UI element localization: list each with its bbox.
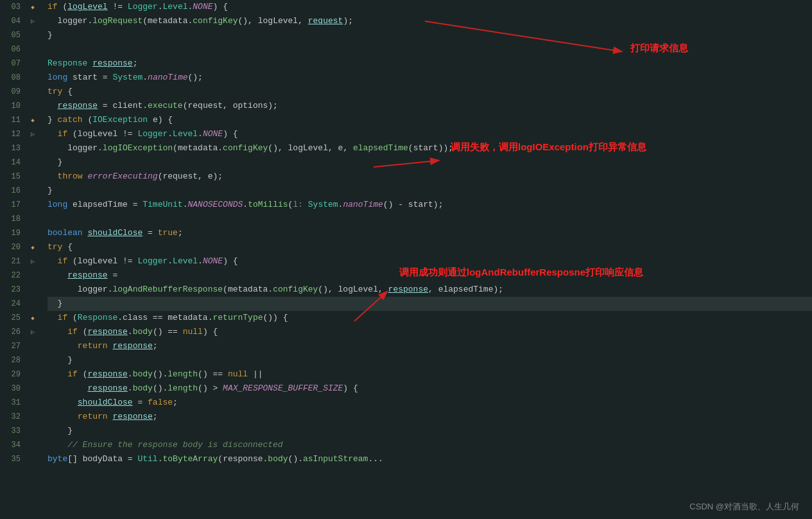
code-line: if (logLevel != Logger.Level.NONE) { (48, 0, 812, 14)
token-p: != (117, 127, 137, 141)
line-row-25: 25◆ (0, 311, 40, 325)
line-number: 15 (0, 170, 26, 184)
token-p: ( (218, 452, 223, 466)
token-fn: body (268, 452, 288, 466)
line-row-18: 18 (0, 212, 40, 226)
token-kw: true (158, 226, 178, 240)
token-p: ) { (203, 325, 218, 339)
token-v2: client (112, 99, 143, 113)
code-line: return response; (48, 339, 812, 353)
code-line: long elapsedTime = TimeUnit.NANOSECONDS.… (48, 198, 812, 212)
line-number: 18 (0, 212, 26, 226)
token-p: (), (238, 14, 258, 28)
token-v2: e (338, 141, 343, 155)
code-line: } (48, 424, 812, 438)
token-p (67, 198, 73, 212)
token-fn: asInputStream (303, 452, 368, 466)
line-number: 06 (0, 42, 26, 57)
token-p: = (108, 268, 118, 283)
gutter-indicator (26, 57, 40, 71)
token-fn: body (133, 325, 153, 339)
gutter-indicator (26, 85, 40, 99)
token-v2: start (408, 198, 433, 212)
token-p: ( (223, 283, 228, 297)
token-v: response (87, 325, 127, 339)
token-p: ( (158, 170, 163, 184)
token-p: = (98, 71, 112, 85)
gutter-indicator (26, 410, 40, 424)
token-p: . (268, 283, 273, 297)
token-p (48, 410, 78, 424)
token-cls: Logger (128, 0, 158, 14)
token-p (48, 141, 67, 155)
token-p: ( (67, 311, 78, 325)
token-p (67, 71, 73, 85)
token-v2: elapsedTime (73, 198, 128, 212)
token-kw: throw (58, 170, 83, 184)
token-v2: logLevel (258, 14, 298, 28)
code-line: } (48, 184, 812, 198)
code-line: if (Response.class == metadata.returnTyp… (48, 311, 812, 325)
line-number: 05 (0, 28, 26, 42)
token-comment: // Ensure the response body is disconnec… (48, 438, 283, 452)
code-line: response = client.execute(request, optio… (48, 99, 812, 113)
token-v: response (92, 57, 132, 71)
token-v: request (308, 14, 343, 28)
line-row-32: 32 (0, 410, 40, 424)
gutter-indicator (26, 212, 40, 226)
code-line: if (logLevel != Logger.Level.NONE) { (48, 254, 812, 268)
token-p: . (183, 198, 188, 212)
gutter-indicator (26, 155, 40, 170)
token-cls: Logger (137, 127, 168, 141)
token-fn: toByteArray (162, 452, 218, 466)
code-line (48, 42, 812, 57)
token-kw: if (58, 311, 68, 325)
token-p: ); (343, 14, 353, 28)
token-kw: false (148, 396, 173, 410)
line-number: 22 (0, 268, 26, 283)
token-p (48, 14, 58, 28)
token-v2: logger (58, 14, 88, 28)
token-fn: execute (148, 99, 183, 113)
line-number: 11 (0, 113, 26, 127)
token-v2: start (73, 71, 98, 85)
line-number: 33 (0, 424, 26, 438)
token-kw: null (228, 367, 248, 382)
token-kw: null (183, 325, 203, 339)
line-number: 35 (0, 452, 26, 466)
line-row-22: 22 (0, 268, 40, 283)
token-p: ; (133, 57, 138, 71)
token-p: ()) { (263, 311, 288, 325)
code-line: // Ensure the response body is disconnec… (48, 438, 812, 452)
line-row-09: 09 (0, 85, 40, 99)
code-line: return response; (48, 410, 812, 424)
token-p: , (428, 283, 438, 297)
token-p: . (128, 325, 133, 339)
token-p: . (87, 14, 92, 28)
token-p: ) { (223, 254, 238, 268)
token-p: () == (153, 325, 183, 339)
token-ic: NONE (203, 254, 223, 268)
token-p: (). (288, 452, 303, 466)
line-row-17: 17 (0, 198, 40, 212)
line-number: 28 (0, 353, 26, 367)
token-p: . (108, 283, 113, 297)
token-p (48, 170, 58, 184)
line-row-20: 20◆ (0, 240, 40, 254)
code-line: try { (48, 85, 812, 99)
gutter-indicator (26, 170, 40, 184)
token-v2: start (413, 141, 438, 155)
token-fn: logAndRebufferResponse (112, 283, 223, 297)
token-v2: logLevel (78, 254, 117, 268)
line-row-24: 24 (0, 297, 40, 311)
token-p: ); (493, 283, 503, 297)
token-p: ( (67, 254, 78, 268)
token-v2: metadata (228, 283, 268, 297)
line-row-05: 05 (0, 28, 40, 42)
line-row-34: 34 (0, 438, 40, 452)
token-kw: try (48, 85, 62, 99)
token-p: ; (153, 410, 158, 424)
token-ic: nanoTime (148, 71, 187, 85)
token-cls: IOException (92, 113, 148, 127)
token-p: )); (438, 141, 453, 155)
